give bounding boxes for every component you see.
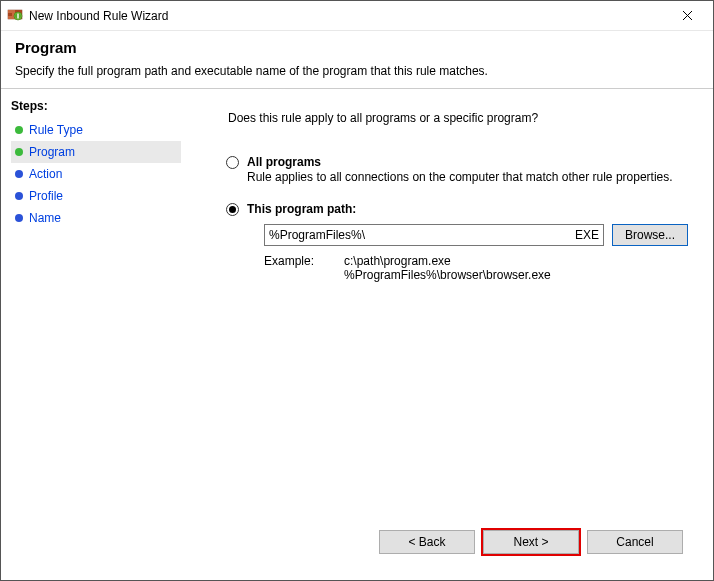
example-line-1: c:\path\program.exe xyxy=(344,254,551,268)
step-bullet-icon xyxy=(15,214,23,222)
radio-all-programs[interactable]: All programs Rule applies to all connect… xyxy=(226,155,697,184)
radio-icon xyxy=(226,156,239,169)
window-title: New Inbound Rule Wizard xyxy=(29,9,168,23)
step-label: Rule Type xyxy=(29,123,83,137)
next-button[interactable]: Next > xyxy=(483,530,579,554)
sidebar-heading: Steps: xyxy=(11,99,181,113)
step-bullet-icon xyxy=(15,126,23,134)
radio-all-desc: Rule applies to all connections on the c… xyxy=(247,170,673,184)
step-bullet-icon xyxy=(15,170,23,178)
page-title: Program xyxy=(15,39,699,56)
radio-all-label: All programs xyxy=(247,155,673,169)
step-bullet-icon xyxy=(15,192,23,200)
titlebar: New Inbound Rule Wizard xyxy=(1,1,713,31)
browse-button[interactable]: Browse... xyxy=(612,224,688,246)
svg-rect-1 xyxy=(8,10,15,13)
main-panel: Does this rule apply to all programs or … xyxy=(191,89,713,580)
sidebar: Steps: Rule TypeProgramActionProfileName xyxy=(1,89,191,580)
svg-rect-10 xyxy=(17,14,18,19)
firewall-icon xyxy=(7,6,23,25)
program-path-input[interactable]: %ProgramFiles%\ EXE xyxy=(264,224,604,246)
back-button[interactable]: < Back xyxy=(379,530,475,554)
step-label: Action xyxy=(29,167,62,181)
step-label: Profile xyxy=(29,189,63,203)
cancel-button[interactable]: Cancel xyxy=(587,530,683,554)
svg-rect-3 xyxy=(8,13,12,16)
path-suffix: EXE xyxy=(575,228,599,242)
radio-program-path[interactable]: This program path: xyxy=(226,202,697,216)
example-line-2: %ProgramFiles%\browser\browser.exe xyxy=(344,268,551,282)
sidebar-step-profile[interactable]: Profile xyxy=(11,185,181,207)
rule-question: Does this rule apply to all programs or … xyxy=(228,111,697,125)
step-bullet-icon xyxy=(15,148,23,156)
example-block: Example: c:\path\program.exe %ProgramFil… xyxy=(264,254,697,282)
sidebar-step-program[interactable]: Program xyxy=(11,141,181,163)
sidebar-step-name[interactable]: Name xyxy=(11,207,181,229)
footer-buttons: < Back Next > Cancel xyxy=(208,520,697,568)
sidebar-step-rule-type[interactable]: Rule Type xyxy=(11,119,181,141)
close-button[interactable] xyxy=(667,1,707,31)
header: Program Specify the full program path an… xyxy=(1,31,713,89)
example-label: Example: xyxy=(264,254,314,282)
radio-icon-selected xyxy=(226,203,239,216)
path-value: %ProgramFiles%\ xyxy=(269,228,365,242)
sidebar-step-action[interactable]: Action xyxy=(11,163,181,185)
page-description: Specify the full program path and execut… xyxy=(15,64,699,78)
step-label: Name xyxy=(29,211,61,225)
step-label: Program xyxy=(29,145,75,159)
radio-path-label: This program path: xyxy=(247,202,356,216)
